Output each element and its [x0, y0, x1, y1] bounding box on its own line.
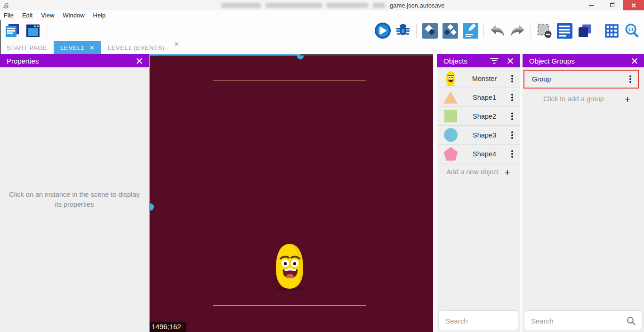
redo-icon: [510, 24, 525, 37]
zoom-ratio-icon: 1:1: [624, 23, 640, 39]
menu-view[interactable]: View: [37, 10, 58, 20]
objects-panel: Objects Monster Shape1 Shape2: [437, 54, 520, 332]
pentagon-thumbnail: [443, 147, 459, 161]
properties-editor-icon: [463, 23, 478, 39]
properties-editor-button[interactable]: [462, 22, 479, 39]
close-button[interactable]: [623, 0, 644, 10]
groups-search-input[interactable]: [531, 317, 627, 325]
object-name: Shape3: [459, 131, 510, 139]
object-groups-panel-header: Object Groups: [523, 54, 644, 67]
panel-title: Objects: [443, 57, 467, 65]
preview-play-button[interactable]: [374, 22, 391, 39]
redo-button[interactable]: [509, 22, 526, 39]
debugger-icon: [395, 23, 411, 38]
toolbar-separator: [47, 24, 47, 38]
tab-level1[interactable]: LEVEL1 ✕: [54, 41, 101, 54]
instances-list-button[interactable]: [536, 22, 553, 39]
grid-button[interactable]: [603, 22, 620, 39]
objects-editor-button[interactable]: [421, 22, 438, 39]
scene-resize-handle-left[interactable]: [149, 203, 154, 211]
objects-panel-header: Objects: [437, 54, 520, 67]
add-object-button[interactable]: Add a new object +: [437, 163, 520, 180]
layers-list-button[interactable]: [556, 22, 573, 39]
tab-level1-events[interactable]: LEVEL1 (EVENTS): [101, 41, 171, 54]
object-groups-editor-button[interactable]: [442, 22, 459, 39]
triangle-thumbnail: [443, 91, 459, 104]
object-name: Shape4: [459, 150, 510, 158]
scene-edge-top-inactive: [300, 54, 433, 56]
scene-resize-handle-top[interactable]: [297, 56, 304, 59]
object-menu-icon[interactable]: [511, 75, 513, 77]
menu-window[interactable]: Window: [58, 10, 89, 20]
preview-play-icon: [374, 22, 391, 39]
close-icon: [631, 3, 636, 8]
add-group-label: Click to add a group: [523, 95, 625, 103]
panel-title: Properties: [7, 57, 39, 65]
tab-close-icon[interactable]: ✕: [171, 41, 182, 54]
scene-edge-top: [149, 54, 300, 56]
minimize-icon: [589, 5, 594, 6]
toolbar: 1:1: [0, 20, 644, 41]
cursor-coordinates: 1496;162: [150, 322, 186, 332]
menu-file[interactable]: File: [0, 10, 18, 20]
window-title-text: game.json.autosave: [390, 2, 444, 9]
object-menu-icon[interactable]: [511, 113, 513, 114]
zoom-ratio-button[interactable]: 1:1: [623, 22, 640, 39]
toolbar-separator: [598, 24, 598, 38]
objects-editor-icon: [422, 23, 438, 39]
redacted-text: [327, 3, 368, 8]
object-row-shape1[interactable]: Shape1: [437, 88, 520, 107]
toolbar-separator: [483, 24, 484, 38]
menu-edit[interactable]: Edit: [18, 10, 37, 20]
undo-button[interactable]: [489, 22, 506, 39]
object-row-shape3[interactable]: Shape3: [437, 126, 520, 145]
minimize-button[interactable]: [580, 0, 602, 10]
properties-panel: Properties Click on an instance in the s…: [0, 54, 149, 332]
window-mask-button[interactable]: [576, 22, 593, 39]
close-panel-icon[interactable]: [136, 57, 143, 65]
close-panel-icon[interactable]: [631, 57, 638, 65]
object-row-shape4[interactable]: Shape4: [437, 145, 520, 163]
object-name: Shape1: [459, 94, 510, 101]
svg-text:1:1: 1:1: [628, 27, 634, 32]
tab-start-page[interactable]: START PAGE: [0, 41, 54, 54]
group-name: Group: [532, 75, 628, 83]
window-mask-icon: [577, 23, 593, 39]
gdevelop-logo-icon: G: [3, 1, 11, 9]
plus-icon: +: [625, 94, 630, 104]
tab-label: LEVEL1: [60, 44, 84, 51]
filter-icon[interactable]: [490, 58, 498, 64]
start-page-button[interactable]: [24, 22, 41, 39]
square-thumbnail: [443, 110, 459, 122]
tab-close-icon[interactable]: ✕: [89, 45, 94, 51]
title-bar: G game.json.autosave: [0, 0, 644, 10]
object-menu-icon[interactable]: [511, 131, 513, 133]
group-menu-icon[interactable]: [629, 75, 631, 77]
project-manager-button[interactable]: [4, 22, 21, 39]
tab-bar: START PAGE LEVEL1 ✕ LEVEL1 (EVENTS) ✕: [0, 41, 644, 54]
object-menu-icon[interactable]: [511, 150, 513, 152]
objects-search: [438, 310, 518, 331]
object-name: Shape2: [459, 113, 510, 120]
scene-canvas[interactable]: 1496;162: [149, 54, 433, 332]
group-row-selected[interactable]: Group: [523, 70, 639, 89]
debugger-button[interactable]: [394, 22, 411, 39]
tab-label: START PAGE: [7, 44, 47, 51]
object-row-monster[interactable]: Monster: [437, 69, 520, 88]
start-page-icon: [25, 23, 41, 39]
tab-label: LEVEL1 (EVENTS): [108, 44, 165, 51]
groups-search: [524, 310, 643, 331]
restore-button[interactable]: [602, 0, 623, 10]
add-group-button[interactable]: Click to add a group +: [523, 91, 638, 107]
object-menu-icon[interactable]: [511, 94, 513, 96]
search-icon: [627, 316, 636, 325]
menu-help[interactable]: Help: [89, 10, 110, 20]
monster-thumbnail: [443, 71, 459, 86]
scene-edge-left: [149, 54, 150, 332]
redacted-text: [221, 3, 261, 8]
panel-title: Object Groups: [529, 57, 575, 65]
object-row-shape2[interactable]: Shape2: [437, 107, 520, 126]
monster-instance[interactable]: [271, 242, 308, 291]
close-panel-icon[interactable]: [507, 57, 514, 65]
object-groups-editor-icon: [443, 23, 458, 39]
